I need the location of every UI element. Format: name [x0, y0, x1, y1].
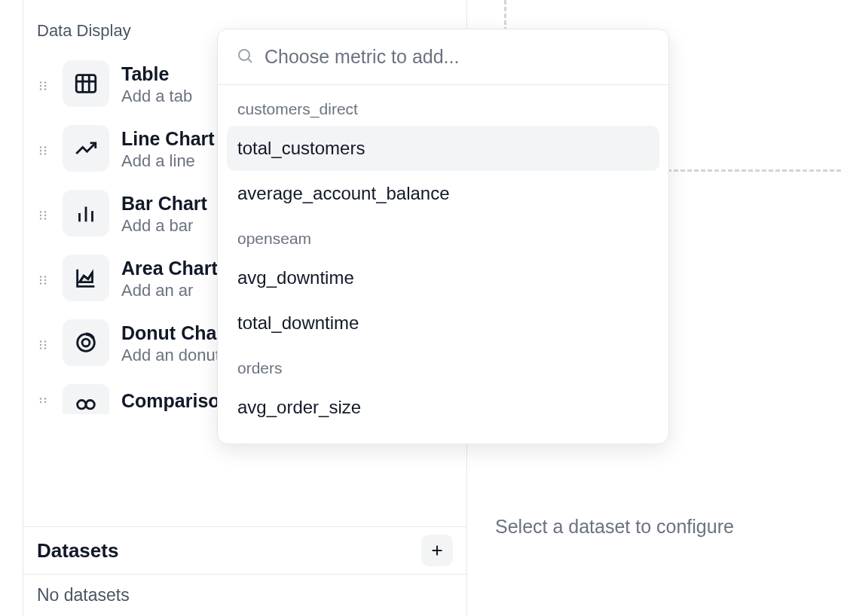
svg-point-15 — [44, 153, 46, 154]
component-desc: Add a line — [121, 151, 215, 171]
svg-point-1 — [44, 81, 46, 83]
metric-option-total-customers[interactable]: total_customers — [227, 126, 659, 171]
svg-point-31 — [40, 340, 41, 342]
svg-point-20 — [40, 218, 41, 219]
svg-rect-6 — [76, 75, 96, 93]
datasets-title: Datasets — [37, 539, 118, 563]
svg-point-10 — [40, 146, 41, 148]
drag-handle-icon[interactable] — [35, 395, 50, 410]
svg-point-11 — [44, 146, 46, 148]
svg-point-21 — [44, 218, 46, 219]
config-prompt: Select a dataset to configure — [495, 516, 734, 538]
component-title: Comparison — [121, 390, 231, 412]
svg-point-19 — [44, 215, 46, 216]
component-desc: Add an ar — [121, 281, 218, 300]
add-dataset-button[interactable] — [421, 535, 453, 566]
svg-point-25 — [40, 276, 41, 277]
metric-search-row — [218, 29, 668, 85]
donut-chart-icon — [63, 319, 109, 366]
metric-option-total-downtime[interactable]: total_downtime — [227, 300, 659, 346]
bar-chart-icon — [63, 190, 109, 236]
component-title: Line Chart — [121, 128, 215, 150]
svg-point-5 — [44, 88, 46, 90]
metric-option-avg-downtime[interactable]: avg_downtime — [227, 255, 659, 300]
svg-point-40 — [44, 398, 46, 399]
svg-point-13 — [44, 150, 46, 151]
drag-handle-icon[interactable] — [35, 143, 50, 158]
svg-point-35 — [40, 347, 41, 349]
component-desc: Add a tab — [121, 87, 192, 106]
svg-point-4 — [40, 88, 41, 90]
component-desc: Add a bar — [121, 216, 207, 236]
svg-point-33 — [40, 344, 41, 346]
svg-point-29 — [40, 282, 41, 284]
svg-point-34 — [44, 344, 46, 346]
svg-point-42 — [44, 401, 46, 403]
area-chart-icon — [63, 255, 109, 301]
svg-point-14 — [40, 153, 41, 154]
metric-group-label: openseam — [227, 216, 659, 255]
metric-group-label: orders — [227, 346, 659, 385]
svg-point-36 — [44, 347, 46, 349]
metric-option-average-account-balance[interactable]: average_account_balance — [227, 171, 659, 216]
svg-point-38 — [82, 339, 90, 346]
datasets-empty-text: No datasets — [23, 575, 466, 616]
svg-point-0 — [40, 81, 41, 83]
svg-point-18 — [40, 215, 41, 216]
drag-handle-icon[interactable] — [35, 78, 50, 93]
svg-point-41 — [40, 401, 41, 403]
svg-point-26 — [44, 276, 46, 277]
line-chart-icon — [63, 125, 109, 172]
metric-group-label: customers_direct — [227, 96, 659, 126]
drag-handle-icon[interactable] — [35, 337, 50, 352]
svg-point-39 — [40, 398, 41, 399]
datasets-header: Datasets — [23, 526, 466, 575]
table-icon — [63, 60, 109, 107]
svg-point-16 — [40, 211, 41, 212]
svg-point-2 — [40, 85, 41, 87]
svg-point-12 — [40, 150, 41, 151]
comparison-icon — [63, 384, 109, 414]
svg-point-27 — [40, 279, 41, 281]
svg-point-17 — [44, 211, 46, 212]
drag-handle-icon[interactable] — [35, 208, 50, 223]
metric-option-avg-order-size[interactable]: avg_order_size — [227, 385, 659, 430]
svg-point-43 — [78, 401, 86, 409]
svg-point-32 — [44, 340, 46, 342]
drag-handle-icon[interactable] — [35, 273, 50, 288]
svg-point-30 — [44, 282, 46, 284]
search-icon — [236, 47, 254, 68]
metric-search-input[interactable] — [265, 46, 650, 68]
svg-point-3 — [44, 85, 46, 87]
svg-line-48 — [249, 59, 252, 63]
metric-list: customers_direct total_customers average… — [218, 85, 668, 444]
component-title: Table — [121, 63, 192, 85]
component-title: Area Chart — [121, 258, 218, 279]
svg-point-44 — [86, 401, 94, 409]
component-title: Bar Chart — [121, 193, 207, 215]
svg-point-47 — [239, 50, 249, 60]
metric-picker-popover: customers_direct total_customers average… — [217, 29, 669, 444]
svg-point-28 — [44, 279, 46, 281]
